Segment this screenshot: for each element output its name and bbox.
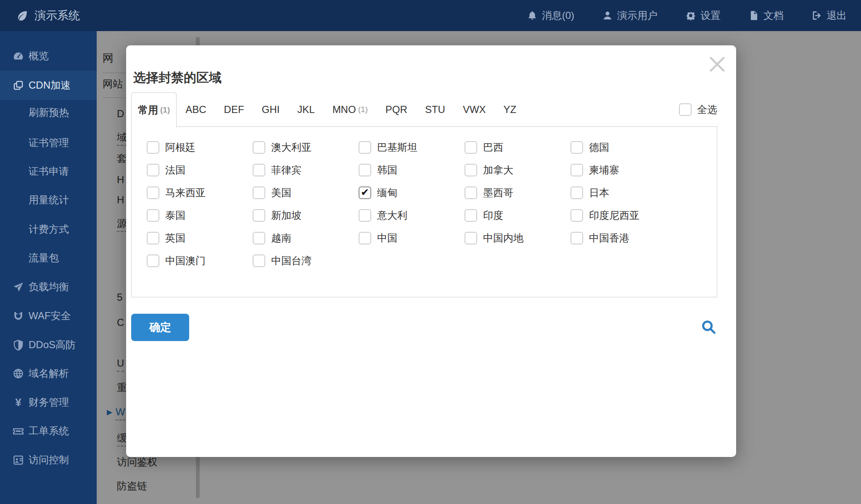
nav-docs[interactable]: 文档 bbox=[748, 9, 784, 22]
brand[interactable]: 演示系统 bbox=[0, 8, 80, 23]
sidebar-item-证书管理[interactable]: 证书管理 bbox=[0, 132, 97, 154]
region-checkbox-中国[interactable]: 中国 bbox=[359, 231, 465, 245]
region-label: 巴基斯坦 bbox=[377, 141, 417, 154]
tab-label: DEF bbox=[224, 104, 244, 116]
region-checkbox-中国台湾[interactable]: 中国台湾 bbox=[253, 254, 359, 268]
nav-messages[interactable]: 消息(0) bbox=[527, 9, 574, 22]
checkbox-box[interactable] bbox=[147, 255, 159, 267]
checkbox-box[interactable] bbox=[253, 209, 265, 222]
tab-常用[interactable]: 常用(1) bbox=[131, 92, 177, 127]
region-checkbox-新加坡[interactable]: 新加坡 bbox=[253, 209, 359, 222]
nav-user-label: 演示用户 bbox=[617, 9, 658, 22]
checkbox-box[interactable] bbox=[570, 209, 583, 222]
checkbox-box[interactable] bbox=[147, 141, 159, 154]
region-checkbox-菲律宾[interactable]: 菲律宾 bbox=[253, 163, 359, 177]
checkbox-box[interactable] bbox=[147, 164, 159, 176]
region-checkbox-印度尼西亚[interactable]: 印度尼西亚 bbox=[570, 209, 676, 222]
checkbox-box[interactable] bbox=[465, 209, 477, 222]
checkbox-box[interactable] bbox=[253, 141, 265, 154]
checkbox-box[interactable] bbox=[570, 164, 583, 176]
checkbox-box[interactable] bbox=[465, 164, 477, 176]
region-checkbox-英国[interactable]: 英国 bbox=[147, 231, 253, 245]
checkbox-box[interactable] bbox=[465, 141, 477, 154]
checkbox-box[interactable] bbox=[253, 164, 265, 176]
region-checkbox-巴西[interactable]: 巴西 bbox=[465, 141, 570, 154]
nav-logout[interactable]: 退出 bbox=[811, 9, 847, 22]
tab-DEF[interactable]: DEF bbox=[215, 92, 253, 127]
checkbox-box[interactable] bbox=[359, 186, 371, 199]
region-checkbox-中国内地[interactable]: 中国内地 bbox=[465, 231, 570, 245]
sidebar-item-计费方式[interactable]: 计费方式 bbox=[0, 218, 97, 240]
checkbox-box[interactable] bbox=[147, 232, 159, 244]
sidebar-item-域名解析[interactable]: 域名解析 bbox=[0, 362, 97, 384]
sidebar-item-访问控制[interactable]: 访问控制 bbox=[0, 449, 97, 471]
checkbox-box[interactable] bbox=[253, 255, 265, 267]
checkbox-box[interactable] bbox=[359, 209, 371, 222]
region-checkbox-日本[interactable]: 日本 bbox=[570, 186, 676, 200]
sidebar-item-WAF安全[interactable]: WAF安全 bbox=[0, 305, 97, 327]
region-checkbox-泰国[interactable]: 泰国 bbox=[147, 209, 253, 222]
region-checkbox-中国香港[interactable]: 中国香港 bbox=[570, 231, 676, 245]
sidebar-item-label: 工单系统 bbox=[29, 424, 69, 438]
nav-messages-label: 消息(0) bbox=[542, 9, 574, 22]
sidebar-item-证书申请[interactable]: 证书申请 bbox=[0, 160, 97, 182]
tab-STU[interactable]: STU bbox=[416, 92, 454, 127]
region-checkbox-法国[interactable]: 法国 bbox=[147, 163, 253, 177]
tab-GHI[interactable]: GHI bbox=[253, 92, 289, 127]
region-checkbox-柬埔寨[interactable]: 柬埔寨 bbox=[570, 163, 676, 177]
region-checkbox-意大利[interactable]: 意大利 bbox=[359, 209, 465, 222]
checkbox-box[interactable] bbox=[570, 232, 583, 244]
region-checkbox-澳大利亚[interactable]: 澳大利亚 bbox=[253, 141, 359, 154]
tab-MNO[interactable]: MNO(1) bbox=[324, 92, 377, 127]
checkbox-box[interactable] bbox=[465, 232, 477, 244]
checkbox-box[interactable] bbox=[253, 232, 265, 244]
sidebar-item-用量统计[interactable]: 用量统计 bbox=[0, 189, 97, 211]
checkbox-box[interactable] bbox=[359, 141, 371, 154]
search-icon[interactable] bbox=[700, 319, 717, 336]
region-label: 阿根廷 bbox=[165, 141, 195, 154]
confirm-button[interactable]: 确定 bbox=[131, 314, 189, 341]
region-checkbox-巴基斯坦[interactable]: 巴基斯坦 bbox=[359, 141, 465, 154]
tab-count: (1) bbox=[160, 105, 170, 115]
tab-YZ[interactable]: YZ bbox=[495, 92, 526, 127]
tab-ABC[interactable]: ABC bbox=[177, 92, 215, 127]
nav-settings[interactable]: 设置 bbox=[685, 9, 721, 22]
tab-PQR[interactable]: PQR bbox=[377, 92, 416, 127]
nav-user[interactable]: 演示用户 bbox=[602, 9, 658, 22]
region-checkbox-美国[interactable]: 美国 bbox=[253, 186, 359, 200]
checkbox-box[interactable] bbox=[253, 186, 265, 199]
region-checkbox-德国[interactable]: 德国 bbox=[570, 141, 676, 154]
select-all-checkbox[interactable]: 全选 bbox=[679, 92, 717, 127]
yen-icon: ¥ bbox=[13, 397, 24, 408]
checkbox-box[interactable] bbox=[147, 209, 159, 222]
checkbox-box[interactable] bbox=[359, 164, 371, 176]
select-all-box[interactable] bbox=[679, 103, 692, 116]
sidebar-item-工单系统[interactable]: 工单系统 bbox=[0, 420, 97, 442]
region-checkbox-印度[interactable]: 印度 bbox=[465, 209, 570, 222]
checkbox-box[interactable] bbox=[570, 141, 583, 154]
region-checkbox-越南[interactable]: 越南 bbox=[253, 231, 359, 245]
sidebar-item-DDoS高防[interactable]: DDoS高防 bbox=[0, 334, 97, 356]
region-checkbox-缅甸[interactable]: 缅甸 bbox=[359, 186, 465, 200]
region-checkbox-中国澳门[interactable]: 中国澳门 bbox=[147, 254, 253, 268]
tab-VWX[interactable]: VWX bbox=[454, 92, 495, 127]
tab-JKL[interactable]: JKL bbox=[288, 92, 323, 127]
sidebar-item-负载均衡[interactable]: 负载均衡 bbox=[0, 276, 97, 298]
close-icon[interactable] bbox=[708, 55, 727, 74]
select-all-label: 全选 bbox=[697, 103, 717, 116]
checkbox-box[interactable] bbox=[359, 232, 371, 244]
sidebar-item-流量包[interactable]: 流量包 bbox=[0, 247, 97, 269]
checkbox-box[interactable] bbox=[465, 186, 477, 199]
checkbox-box[interactable] bbox=[147, 186, 159, 199]
region-checkbox-加拿大[interactable]: 加拿大 bbox=[465, 163, 570, 177]
sidebar-item-概览[interactable]: 概览 bbox=[0, 45, 97, 67]
region-checkbox-韩国[interactable]: 韩国 bbox=[359, 163, 465, 177]
sidebar-item-刷新预热[interactable]: 刷新预热 bbox=[0, 102, 97, 123]
region-label: 菲律宾 bbox=[271, 163, 301, 177]
sidebar-item-CDN加速[interactable]: CDN加速 bbox=[0, 71, 97, 100]
checkbox-box[interactable] bbox=[570, 186, 583, 199]
region-checkbox-墨西哥[interactable]: 墨西哥 bbox=[465, 186, 570, 200]
region-checkbox-马来西亚[interactable]: 马来西亚 bbox=[147, 186, 253, 200]
sidebar-item-财务管理[interactable]: ¥财务管理 bbox=[0, 391, 97, 413]
region-checkbox-阿根廷[interactable]: 阿根廷 bbox=[147, 141, 253, 154]
